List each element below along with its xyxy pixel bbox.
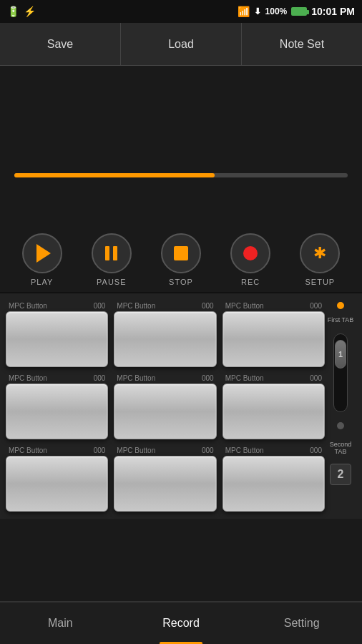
pad-4-label: MPC Button	[9, 374, 47, 382]
tab-2-badge[interactable]: 2	[330, 464, 351, 485]
pad-grid: MPC Button 000 MPC Button 000 MPC Button…	[6, 301, 325, 512]
progress-bar-fill	[14, 173, 215, 177]
usb-icon: ⚡	[24, 6, 36, 17]
pad-5-count: 000	[202, 374, 214, 382]
status-left: 🔋 ⚡	[7, 6, 36, 17]
tab-1-number: 1	[338, 350, 343, 358]
nav-main[interactable]: Main	[0, 602, 121, 644]
first-tab-label: First TAB	[328, 316, 354, 323]
stop-button[interactable]	[161, 233, 201, 273]
mpc-pad-8[interactable]	[114, 456, 216, 512]
pause-icon	[105, 246, 117, 260]
nav-record[interactable]: Record	[121, 602, 242, 644]
battery-bar	[291, 7, 307, 16]
tab-slider-track[interactable]: 1	[333, 333, 348, 412]
mpc-pad-6[interactable]	[222, 384, 325, 439]
pad-cell-4: MPC Button 000	[6, 373, 108, 439]
gear-icon: ✱	[313, 245, 326, 261]
mpc-pad-2[interactable]	[114, 311, 216, 367]
play-wrap: PLAY	[22, 233, 62, 286]
nav-record-label: Record	[162, 617, 200, 630]
setup-button[interactable]: ✱	[300, 233, 340, 273]
toolbar: Save Load Note Set	[0, 23, 362, 66]
save-button[interactable]: Save	[0, 23, 121, 65]
pad-label-row-7: MPC Button 000	[6, 445, 108, 456]
pad-3-count: 000	[310, 302, 322, 310]
tab-selector: First TAB 1 Second TAB 2	[325, 301, 356, 512]
pad-cell-9: MPC Button 000	[222, 445, 325, 512]
pad-label-row-1: MPC Button 000	[6, 301, 108, 311]
note-set-button[interactable]: Note Set	[242, 23, 362, 65]
bottom-nav: Main Record Setting	[0, 601, 362, 644]
pad-6-count: 000	[310, 374, 322, 382]
pad-cell-3: MPC Button 000	[222, 301, 325, 367]
pad-2-label: MPC Button	[117, 302, 155, 310]
pad-6-label: MPC Button	[225, 374, 264, 382]
tab-2-number: 2	[338, 468, 344, 481]
mpc-pad-5[interactable]	[114, 384, 216, 439]
pad-label-row-8: MPC Button 000	[114, 445, 216, 456]
mpc-pad-4[interactable]	[6, 384, 108, 439]
pad-label-row-4: MPC Button 000	[6, 373, 108, 384]
mpc-pad-9[interactable]	[222, 456, 325, 512]
pad-7-count: 000	[94, 447, 106, 454]
first-tab-dot	[337, 302, 344, 309]
progress-area	[0, 66, 362, 177]
mpc-pad-3[interactable]	[222, 311, 325, 367]
pause-wrap: PAUSE	[92, 233, 132, 286]
stop-icon	[174, 246, 188, 260]
pad-cell-5: MPC Button 000	[114, 373, 216, 439]
pad-9-label: MPC Button	[225, 447, 264, 454]
time-display: 10:01 PM	[311, 6, 355, 17]
pad-4-count: 000	[94, 374, 106, 382]
rec-icon	[243, 246, 258, 260]
pad-cell-1: MPC Button 000	[6, 301, 108, 367]
pad-cell-6: MPC Button 000	[222, 373, 325, 439]
play-label: PLAY	[31, 278, 53, 286]
pad-8-label: MPC Button	[117, 447, 155, 454]
pause-bar-left	[105, 246, 109, 260]
play-button[interactable]	[22, 233, 62, 273]
pad-1-label: MPC Button	[9, 302, 47, 310]
tab-slider-thumb[interactable]: 1	[335, 340, 346, 369]
pause-label: PAUSE	[97, 278, 126, 286]
pad-8-count: 000	[202, 447, 214, 454]
stop-wrap: STOP	[161, 233, 201, 286]
pause-bar-right	[113, 246, 117, 260]
pad-cell-7: MPC Button 000	[6, 445, 108, 512]
pad-3-label: MPC Button	[225, 302, 264, 310]
nav-setting[interactable]: Setting	[241, 602, 362, 644]
pad-label-row-5: MPC Button 000	[114, 373, 216, 384]
pad-7-label: MPC Button	[9, 447, 47, 454]
rec-button[interactable]	[230, 233, 270, 273]
pad-label-row-2: MPC Button 000	[114, 301, 216, 311]
battery-icon: 🔋	[7, 6, 19, 17]
display-area	[0, 66, 362, 223]
mpc-pad-7[interactable]	[6, 456, 108, 512]
play-icon	[36, 244, 51, 263]
battery-percent: 100%	[265, 6, 288, 16]
second-tab-dot	[337, 422, 344, 429]
pad-cell-2: MPC Button 000	[114, 301, 216, 367]
setup-wrap: ✱ SETUP	[300, 233, 340, 286]
pad-2-count: 000	[202, 302, 214, 310]
load-button[interactable]: Load	[121, 23, 242, 65]
nav-main-label: Main	[48, 617, 73, 630]
wifi-icon: 📶	[238, 6, 250, 17]
nav-setting-label: Setting	[284, 617, 320, 630]
second-tab-label: Second TAB	[325, 441, 356, 455]
status-right: 📶 ⬇ 100% 10:01 PM	[238, 6, 355, 17]
pause-button[interactable]	[92, 233, 132, 273]
pad-9-count: 000	[310, 447, 322, 454]
mpc-pad-1[interactable]	[6, 311, 108, 367]
transport-controls: PLAY PAUSE STOP REC ✱ SETUP	[0, 223, 362, 292]
pad-label-row-3: MPC Button 000	[222, 301, 325, 311]
pad-area: MPC Button 000 MPC Button 000 MPC Button…	[0, 292, 362, 519]
charge-icon: ⬇	[254, 6, 261, 16]
pad-1-count: 000	[94, 302, 106, 310]
setup-label: SETUP	[305, 278, 336, 286]
progress-bar-track[interactable]	[14, 173, 348, 177]
rec-wrap: REC	[230, 233, 270, 286]
stop-label: STOP	[169, 278, 193, 286]
pad-label-row-9: MPC Button 000	[222, 445, 325, 456]
